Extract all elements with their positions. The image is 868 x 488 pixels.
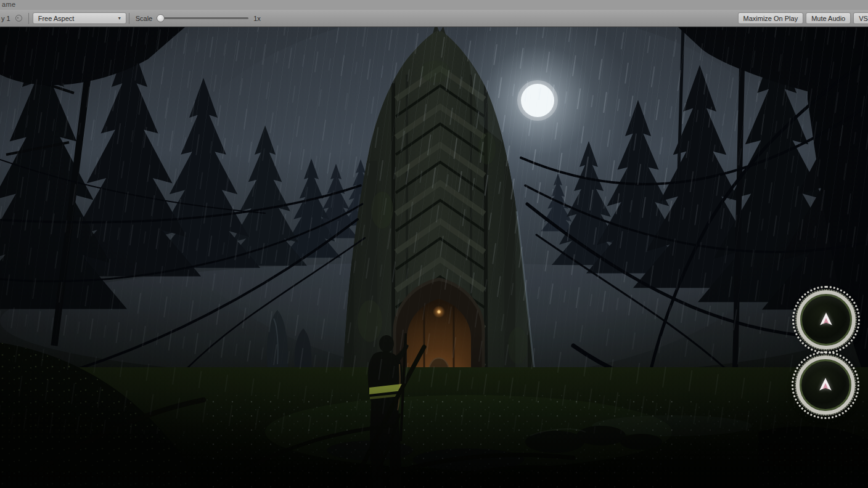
scale-label: Scale (136, 15, 153, 22)
aspect-ratio-label: Free Aspect (38, 15, 75, 22)
aspect-ratio-dropdown[interactable]: Free Aspect ▾ (33, 12, 126, 24)
toolbar-separator (28, 13, 29, 24)
scale-slider-knob[interactable] (157, 14, 165, 22)
vsync-button[interactable]: VSync (853, 12, 868, 24)
game-viewport (0, 27, 868, 488)
scale-value: 1x (253, 15, 261, 22)
rain-streaks (0, 27, 868, 434)
scale-slider-track[interactable] (158, 17, 248, 19)
circular-arrow-button-top[interactable] (796, 290, 856, 349)
arrow-up-icon (819, 312, 833, 327)
circular-arrow-button-bottom[interactable] (796, 356, 855, 415)
game-scene (0, 27, 868, 488)
maximize-on-play-button[interactable]: Maximize On Play (738, 12, 804, 24)
unity-game-view: ame y 1 Free Aspect ▾ Scale 1x Maximize … (0, 0, 868, 488)
display-dropdown[interactable]: y 1 (1, 15, 10, 22)
mute-audio-button[interactable]: Mute Audio (806, 12, 851, 24)
tab-bar: ame (0, 0, 868, 10)
game-view-toolbar: y 1 Free Aspect ▾ Scale 1x Maximize On P… (0, 10, 868, 27)
arrow-up-icon (819, 377, 832, 392)
scale-control: Scale 1x (136, 15, 261, 22)
game-tab[interactable]: ame (2, 1, 15, 8)
dropdown-indicator-icon (15, 15, 22, 22)
toolbar-separator (129, 13, 129, 24)
chevron-down-icon: ▾ (118, 15, 121, 21)
